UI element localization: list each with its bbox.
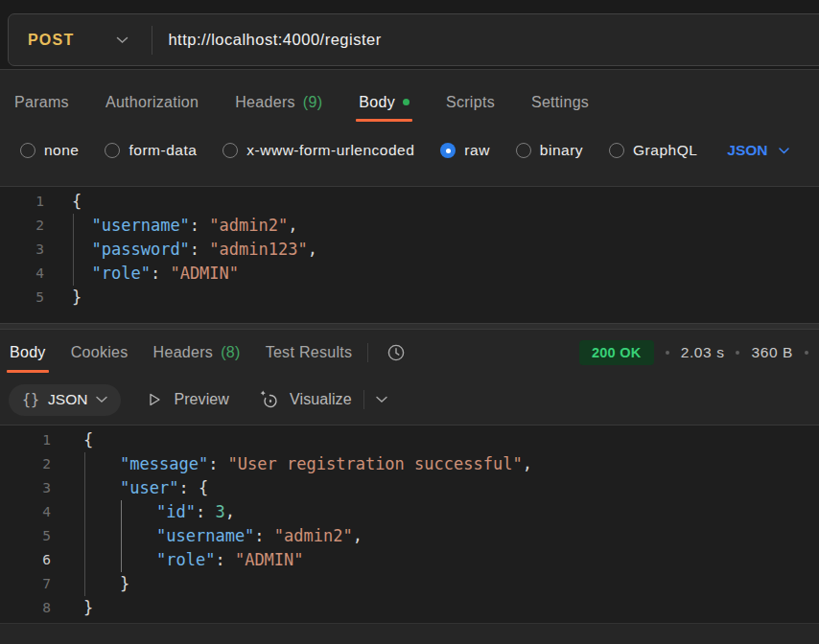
dot-separator — [666, 351, 669, 355]
body-type-option-form-data[interactable]: form-data — [105, 142, 197, 159]
code-line[interactable]: 5"username": "admin2", — [0, 524, 819, 548]
code-line[interactable]: 3"password": "admin123", — [0, 238, 819, 262]
indent-guide — [84, 548, 85, 572]
tab-count: (8) — [221, 344, 240, 361]
braces-icon: {} — [22, 391, 39, 408]
radio-x-www-form-urlencoded[interactable] — [222, 143, 238, 158]
code-line[interactable]: 7} — [0, 572, 819, 596]
tab-label: Scripts — [446, 94, 495, 111]
dot-separator — [805, 351, 808, 355]
pane-resize-handle[interactable] — [0, 323, 819, 330]
tab-test-results[interactable]: Test Results — [266, 330, 353, 375]
tab-label: Body — [359, 94, 395, 111]
code-line[interactable]: 2"username": "admin2", — [0, 214, 819, 238]
line-number: 2 — [0, 452, 51, 476]
line-number: 5 — [0, 524, 51, 548]
dot-separator — [736, 351, 739, 355]
indent-guide — [73, 262, 74, 286]
code-line[interactable]: 4"role": "ADMIN" — [0, 262, 819, 286]
response-size[interactable]: 360 B — [751, 344, 793, 361]
indent-guide — [73, 238, 74, 262]
tab-body[interactable]: Body — [359, 80, 410, 125]
chevron-down-icon[interactable] — [376, 396, 387, 403]
line-number: 5 — [0, 286, 44, 310]
tab-cookies[interactable]: Cookies — [71, 330, 129, 375]
tab-params[interactable]: Params — [14, 80, 69, 125]
response-format-label: JSON — [48, 391, 87, 408]
tab-label: Body — [10, 344, 46, 361]
body-type-row: noneform-datax-www-form-urlencodedrawbin… — [0, 125, 819, 186]
tab-body[interactable]: Body — [10, 330, 46, 375]
method-chevron-down-icon[interactable] — [116, 36, 129, 44]
line-number: 6 — [0, 548, 51, 572]
code-line[interactable]: 1{ — [0, 428, 819, 452]
code-line[interactable]: 1{ — [0, 190, 819, 214]
radio-label: GraphQL — [633, 142, 697, 159]
tab-settings[interactable]: Settings — [531, 80, 589, 125]
body-type-option-x-www-form-urlencoded[interactable]: x-www-form-urlencoded — [222, 142, 414, 159]
radio-none[interactable] — [20, 143, 35, 158]
indent-guide — [121, 548, 122, 572]
code-line[interactable]: 3"user": { — [0, 476, 819, 500]
response-toolbar: {} JSON Preview Visualize — [0, 375, 819, 425]
tab-label: Settings — [531, 94, 589, 111]
request-body-editor[interactable]: 1{2"username": "admin2",3"password": "ad… — [0, 186, 819, 323]
method-label[interactable]: POST — [28, 32, 74, 49]
indent-guide — [84, 572, 85, 596]
code-text: } — [51, 596, 93, 620]
response-body-editor[interactable]: 1{2"message": "User registration success… — [0, 425, 819, 623]
code-text: "id": 3, — [51, 500, 235, 524]
tab-authorization[interactable]: Authorization — [105, 80, 199, 125]
code-line[interactable]: 4"id": 3, — [0, 500, 819, 524]
radio-raw[interactable] — [440, 143, 456, 158]
code-text: "user": { — [51, 476, 208, 500]
line-number: 4 — [0, 262, 44, 286]
tab-scripts[interactable]: Scripts — [446, 80, 495, 125]
tab-headers[interactable]: Headers(9) — [235, 80, 322, 125]
indent-guide — [84, 452, 85, 476]
preview-button[interactable]: Preview — [147, 391, 229, 408]
code-text: "message": "User registration successful… — [51, 452, 532, 476]
magic-wand-icon — [259, 390, 278, 409]
indent-guide — [121, 524, 122, 548]
code-line[interactable]: 6"role": "ADMIN" — [0, 548, 819, 572]
tab-headers[interactable]: Headers(8) — [153, 330, 241, 375]
url-input[interactable]: http://localhost:4000/register — [168, 31, 381, 49]
body-type-option-binary[interactable]: binary — [516, 142, 583, 159]
line-number: 1 — [0, 428, 51, 452]
url-builder: POST http://localhost:4000/register — [8, 13, 819, 66]
chevron-down-icon — [779, 148, 789, 154]
code-line[interactable]: 5} — [0, 286, 819, 310]
line-number: 1 — [0, 190, 44, 214]
indent-guide — [73, 214, 74, 238]
response-meta: 200 OK 2.03 s 360 B — [579, 330, 809, 375]
code-line[interactable]: 2"message": "User registration successfu… — [0, 452, 819, 476]
code-text: { — [51, 428, 93, 452]
request-url-bar: POST http://localhost:4000/register — [0, 0, 819, 70]
body-type-option-none[interactable]: none — [20, 142, 79, 159]
body-type-option-raw[interactable]: raw — [440, 142, 489, 159]
body-type-option-graphql[interactable]: GraphQL — [609, 142, 697, 159]
tab-count: (9) — [303, 94, 322, 111]
radio-binary[interactable] — [516, 143, 531, 158]
history-icon[interactable] — [386, 330, 407, 375]
response-format-select[interactable]: {} JSON — [9, 384, 121, 416]
raw-format-select[interactable]: JSON — [727, 142, 788, 159]
indent-guide — [84, 500, 85, 524]
radio-form-data[interactable] — [105, 143, 120, 158]
play-icon — [147, 392, 162, 407]
radio-graphql[interactable] — [609, 143, 624, 158]
code-line[interactable]: 8} — [0, 596, 819, 620]
response-time[interactable]: 2.03 s — [681, 344, 725, 361]
radio-label: binary — [540, 142, 583, 159]
visualize-button[interactable]: Visualize — [259, 390, 352, 409]
code-text: } — [44, 286, 82, 310]
divider — [367, 343, 368, 362]
status-badge[interactable]: 200 OK — [579, 340, 654, 365]
radio-label: raw — [464, 142, 489, 159]
line-number: 7 — [0, 572, 51, 596]
unsaved-changes-dot — [403, 99, 410, 105]
code-text: "username": "admin2", — [51, 524, 363, 548]
line-number: 3 — [0, 476, 51, 500]
indent-guide — [121, 500, 122, 524]
